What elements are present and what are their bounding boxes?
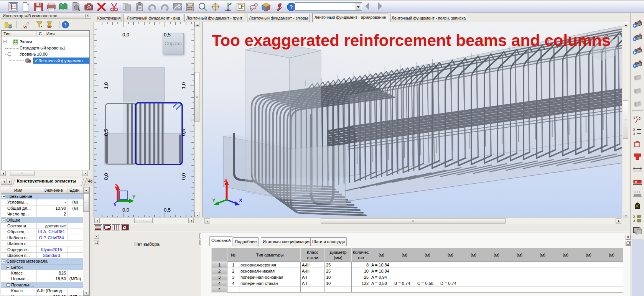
svg-text:3: 3 — [639, 117, 641, 120]
svg-text:x: x — [633, 127, 635, 132]
svg-text:Вверх: Вверх — [600, 49, 609, 53]
svg-text:X: X — [239, 197, 242, 203]
svg-text:x: x — [633, 132, 635, 136]
svg-text:1: 1 — [633, 116, 635, 120]
svg-text:Z: Z — [224, 178, 227, 183]
svg-text:Y: Y — [212, 197, 216, 203]
svg-text:x: x — [633, 214, 635, 219]
svg-text:x: x — [633, 219, 635, 223]
svg-text:X: X — [114, 203, 116, 207]
svg-text:2: 2 — [636, 115, 638, 119]
svg-text:?: ? — [64, 22, 66, 28]
svg-text:Z: Z — [115, 184, 117, 189]
svg-text:Y: Y — [132, 194, 135, 200]
svg-text:?: ? — [290, 4, 293, 10]
